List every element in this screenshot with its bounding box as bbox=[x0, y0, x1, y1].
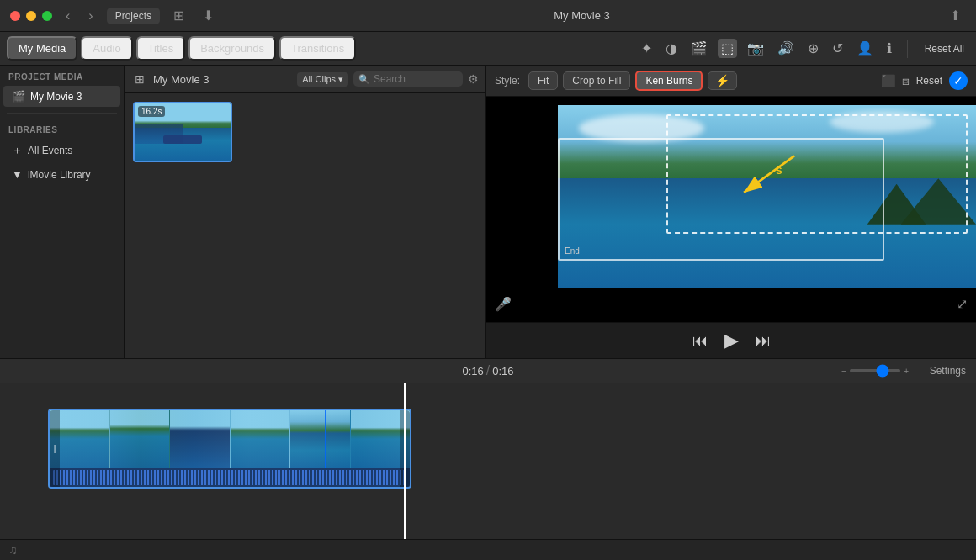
share-button[interactable]: ⬆ bbox=[945, 6, 966, 25]
clip-video-preview bbox=[50, 410, 410, 468]
preview-area: End S 🎤 ⤢ bbox=[486, 97, 976, 322]
sidebar: PROJECT MEDIA 🎬 My Movie 3 LIBRARIES ＋ A… bbox=[0, 66, 125, 358]
media-content: 16.2s bbox=[125, 93, 485, 358]
title-right-controls: ⬆ bbox=[945, 6, 966, 25]
preview-panel: Style: Fit Crop to Fill Ken Burns ⚡ ⬛ ⧈ … bbox=[486, 66, 976, 358]
timeline-header: 0:16 / 0:16 − + Settings bbox=[0, 359, 976, 383]
skip-forward-button[interactable]: ⏭ bbox=[756, 332, 771, 350]
search-container: 🔍 bbox=[353, 71, 463, 87]
fit-button[interactable]: Fit bbox=[528, 71, 558, 90]
clips-filter[interactable]: All Clips ▾ bbox=[297, 72, 348, 87]
maximize-button[interactable] bbox=[42, 11, 52, 21]
main-content: PROJECT MEDIA 🎬 My Movie 3 LIBRARIES ＋ A… bbox=[0, 66, 976, 358]
tab-backgrounds[interactable]: Backgrounds bbox=[188, 36, 276, 61]
clips-filter-chevron: ▾ bbox=[338, 74, 343, 85]
total-time: 0:16 bbox=[492, 365, 513, 378]
back-button[interactable]: ‹ bbox=[61, 7, 75, 25]
svg-text:S: S bbox=[776, 166, 782, 176]
grid-view-button[interactable]: ⊞ bbox=[131, 71, 148, 87]
play-button[interactable]: ▶ bbox=[724, 330, 739, 351]
info-icon[interactable]: ℹ bbox=[883, 39, 895, 58]
reset-button[interactable]: Reset bbox=[916, 75, 942, 87]
minimize-button[interactable] bbox=[26, 11, 36, 21]
clip-handle-left[interactable]: | bbox=[50, 410, 60, 487]
camera-icon[interactable]: 📷 bbox=[744, 39, 767, 58]
traffic-lights bbox=[10, 11, 52, 21]
reset-all-button[interactable]: Reset All bbox=[920, 41, 969, 56]
window-controls: ‹ › Projects ⊞ ⬇ bbox=[10, 6, 219, 25]
svg-line-1 bbox=[744, 156, 794, 193]
imovie-library-label: iMovie Library bbox=[28, 169, 91, 181]
sidebar-item-imovie-library[interactable]: ▼ iMovie Library bbox=[3, 164, 120, 185]
style-bar: Style: Fit Crop to Fill Ken Burns ⚡ ⬛ ⧈ … bbox=[486, 66, 976, 97]
clips-filter-label: All Clips bbox=[302, 74, 336, 84]
tab-audio[interactable]: Audio bbox=[81, 36, 132, 61]
skip-back-button[interactable]: ⏮ bbox=[692, 332, 708, 350]
side-by-side-button[interactable]: ⧈ bbox=[902, 74, 910, 88]
settings-button[interactable]: Settings bbox=[930, 365, 966, 377]
playhead-line bbox=[404, 383, 406, 539]
timeline-bottom-bar: ♫ bbox=[0, 539, 976, 560]
sidebar-item-all-events[interactable]: ＋ All Events bbox=[3, 139, 120, 162]
all-events-label: All Events bbox=[28, 145, 72, 156]
rewind-icon[interactable]: ↺ bbox=[829, 39, 846, 58]
playback-controls: ⏮ ▶ ⏭ bbox=[486, 322, 976, 358]
import-button[interactable]: ⬇ bbox=[198, 6, 219, 25]
video-icon[interactable]: 🎬 bbox=[687, 39, 711, 58]
person-icon[interactable]: 👤 bbox=[853, 39, 877, 58]
tab-my-media[interactable]: My Media bbox=[7, 36, 77, 61]
crop-to-fill-button[interactable]: Crop to Fill bbox=[563, 71, 630, 90]
clip-audio-preview bbox=[50, 468, 410, 487]
close-button[interactable] bbox=[10, 11, 20, 21]
zoom-in-icon: + bbox=[904, 367, 909, 376]
clip-thumbnail[interactable]: 16.2s bbox=[133, 102, 232, 162]
ken-burns-button[interactable]: Ken Burns bbox=[635, 71, 703, 91]
music-icon: ♫ bbox=[8, 543, 18, 557]
picture-in-picture-button[interactable]: ⬛ bbox=[881, 74, 895, 87]
add-media-button[interactable]: ⊞ bbox=[168, 6, 189, 25]
zoom-slider[interactable] bbox=[850, 369, 900, 372]
my-movie-label: My Movie 3 bbox=[30, 91, 82, 103]
confirm-button[interactable]: ✓ bbox=[949, 71, 968, 90]
end-label: End bbox=[565, 246, 580, 256]
color-icon[interactable]: ◑ bbox=[662, 39, 681, 58]
zoom-control: − + bbox=[841, 367, 909, 376]
libraries-label: LIBRARIES bbox=[0, 119, 124, 138]
toolbar-icons: ✦ ◑ 🎬 ⬚ 📷 🔊 ⊕ ↺ 👤 ℹ Reset All bbox=[638, 39, 969, 58]
clip-duration: 16.2s bbox=[138, 106, 165, 117]
microphone-button[interactable]: 🎤 bbox=[495, 296, 512, 312]
search-input[interactable] bbox=[374, 73, 458, 85]
split-marker bbox=[325, 410, 326, 468]
crop-icon[interactable]: ⬚ bbox=[718, 39, 737, 58]
sidebar-item-my-movie[interactable]: 🎬 My Movie 3 bbox=[3, 86, 120, 107]
fullscreen-button[interactable]: ⤢ bbox=[957, 296, 968, 312]
magic-wand-icon[interactable]: ✦ bbox=[638, 39, 655, 58]
sidebar-separator bbox=[7, 113, 117, 114]
style-label: Style: bbox=[495, 75, 520, 87]
audio-waveform bbox=[53, 470, 406, 485]
title-bar: ‹ › Projects ⊞ ⬇ My Movie 3 ⬆ bbox=[0, 0, 976, 32]
timeline-clip[interactable]: | | bbox=[48, 409, 411, 489]
speedometer-icon[interactable]: ⊕ bbox=[804, 39, 822, 58]
movie-icon: 🎬 bbox=[12, 90, 25, 103]
current-time: 0:16 bbox=[462, 365, 483, 378]
audio-icon[interactable]: 🔊 bbox=[774, 39, 798, 58]
projects-button[interactable]: Projects bbox=[107, 8, 160, 24]
timeline-content: | | bbox=[0, 383, 976, 539]
lightning-button[interactable]: ⚡ bbox=[708, 71, 737, 90]
style-right-controls: ⬛ ⧈ Reset ✓ bbox=[881, 71, 968, 90]
triangle-icon: ▼ bbox=[12, 168, 23, 181]
preview-video-container: End S bbox=[558, 105, 976, 288]
gear-button[interactable]: ⚙ bbox=[468, 72, 479, 86]
tab-titles[interactable]: Titles bbox=[136, 36, 186, 61]
top-toolbar: My Media Audio Titles Backgrounds Transi… bbox=[0, 32, 976, 66]
window-title: My Movie 3 bbox=[554, 9, 609, 22]
time-divider: / bbox=[486, 363, 490, 378]
search-icon: 🔍 bbox=[358, 74, 370, 85]
forward-button[interactable]: › bbox=[83, 7, 98, 25]
tab-transitions[interactable]: Transitions bbox=[279, 36, 356, 61]
media-panel-header: ⊞ My Movie 3 All Clips ▾ 🔍 ⚙ bbox=[125, 66, 485, 93]
media-panel: ⊞ My Movie 3 All Clips ▾ 🔍 ⚙ 16.2s bbox=[125, 66, 486, 358]
ken-burns-arrow: S bbox=[683, 142, 851, 215]
project-media-label: PROJECT MEDIA bbox=[0, 66, 124, 85]
